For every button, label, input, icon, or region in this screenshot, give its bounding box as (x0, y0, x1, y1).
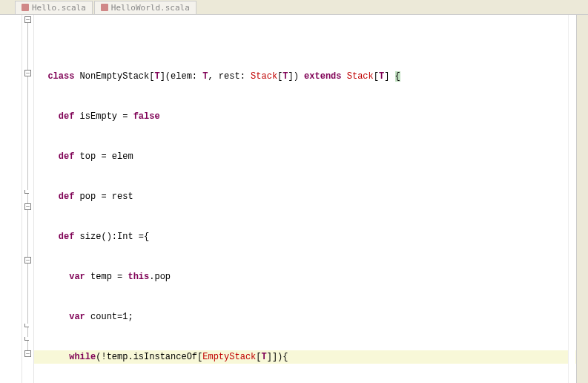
fold-end-mark-icon (24, 337, 29, 341)
code-editor[interactable]: class NonEmptyStack[T](elem: T, rest: St… (34, 15, 588, 383)
fold-toggle-icon[interactable]: − (24, 70, 31, 76)
fold-gutter[interactable]: − − − − − (22, 15, 34, 383)
tab-file-1[interactable]: Hello.scala (15, 1, 93, 14)
tab-label: Hello.scala (32, 3, 86, 13)
code-line[interactable]: def top = elem (37, 150, 588, 163)
code-line[interactable]: def isEmpty = false (37, 110, 588, 123)
tab-label: HelloWorld.scala (111, 3, 190, 13)
editor-main: − − − − − class NonEmptyStack[T](elem: T… (0, 15, 588, 383)
code-line[interactable]: var count=1; (37, 310, 588, 324)
code-line[interactable]: def size():Int ={ (37, 230, 588, 243)
fold-toggle-icon[interactable]: − (24, 16, 31, 23)
code-line[interactable]: while(!temp.isInstanceOf[EmptyStack[T]])… (37, 350, 588, 364)
editor-tabs: Hello.scala HelloWorld.scala (0, 0, 588, 15)
code-line[interactable]: class NonEmptyStack[T](elem: T, rest: St… (37, 70, 588, 83)
tab-file-2[interactable]: HelloWorld.scala (94, 1, 196, 14)
fold-toggle-icon[interactable]: − (24, 350, 31, 357)
fold-toggle-icon[interactable]: − (24, 203, 31, 210)
fold-end-mark-icon (24, 190, 29, 194)
code-line[interactable]: def pop = rest (37, 190, 588, 203)
breakpoint-margin[interactable] (0, 15, 22, 383)
scala-file-icon (22, 4, 29, 11)
fold-end-mark-icon (24, 324, 29, 327)
scala-file-icon (101, 4, 108, 11)
fold-toggle-icon[interactable]: − (24, 257, 31, 263)
code-line[interactable]: var temp = this.pop (37, 270, 588, 284)
